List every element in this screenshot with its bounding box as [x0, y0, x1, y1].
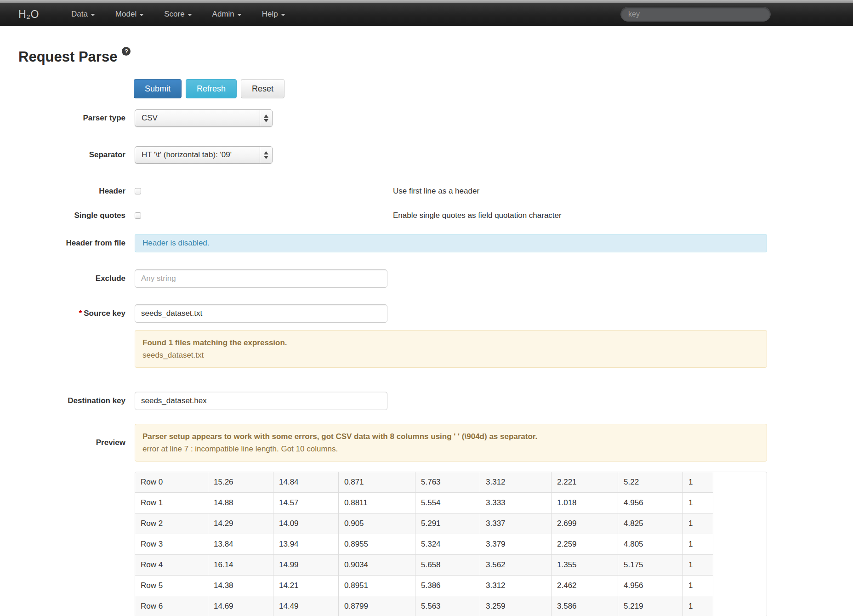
separator-row: Separator HT '\t' (horizontal tab): '09' [0, 146, 853, 164]
value-cell: 1 [682, 534, 713, 554]
value-cell: 0.871 [338, 472, 415, 492]
value-cell: 14.69 [208, 596, 273, 616]
row-label-cell: Row 4 [135, 554, 208, 575]
exclude-label: Exclude [0, 274, 125, 283]
value-cell: 5.219 [618, 596, 682, 616]
value-cell: 1 [682, 554, 713, 575]
chevron-down-icon [188, 14, 192, 16]
value-cell: 1 [682, 472, 713, 492]
nav-item-help[interactable]: Help [252, 3, 296, 26]
exclude-row: Exclude [0, 269, 853, 288]
value-cell: 3.586 [551, 596, 618, 616]
value-cell: 0.8799 [338, 596, 415, 616]
parser-type-label: Parser type [0, 114, 125, 123]
search-input[interactable] [620, 7, 771, 22]
single-quotes-label: Single quotes [0, 211, 125, 220]
h2o-logo: H₂O [18, 8, 39, 21]
value-cell: 4.956 [618, 492, 682, 513]
page-title: Request Parse [18, 49, 117, 65]
required-asterisk: * [79, 309, 82, 318]
select-stepper-icon [260, 147, 272, 163]
row-label-cell: Row 1 [135, 492, 208, 513]
value-cell: 3.379 [480, 534, 551, 554]
header-from-file-row: Header from file Header is disabled. [0, 234, 853, 252]
arrow-down-icon [264, 119, 268, 122]
value-cell: 0.9034 [338, 554, 415, 575]
value-cell: 5.563 [415, 596, 480, 616]
preview-label: Preview [0, 438, 125, 447]
value-cell: 1 [682, 575, 713, 596]
value-cell: 1.018 [551, 492, 618, 513]
value-cell: 1 [682, 492, 713, 513]
header-help-text: Use first line as a header [393, 187, 479, 196]
value-cell: 5.291 [415, 513, 480, 534]
value-cell: 1.355 [551, 554, 618, 575]
source-key-input[interactable] [135, 304, 387, 323]
value-cell: 2.259 [551, 534, 618, 554]
value-cell: 5.175 [618, 554, 682, 575]
value-cell: 1 [682, 513, 713, 534]
preview-alert-body: error at line 7 : incompatible line leng… [142, 443, 759, 455]
nav-item-score[interactable]: Score [154, 3, 202, 26]
parser-type-select[interactable]: CSV [135, 109, 273, 127]
single-quotes-help-text: Enable single quotes as field quotation … [393, 211, 562, 220]
value-cell: 3.312 [480, 575, 551, 596]
submit-button[interactable]: Submit [134, 79, 182, 98]
destination-key-label: Destination key [0, 396, 125, 405]
arrow-up-icon [264, 151, 268, 154]
value-cell: 5.554 [415, 492, 480, 513]
value-cell: 15.26 [208, 472, 273, 492]
chevron-down-icon [281, 14, 285, 16]
table-row: Row 214.2914.090.9055.2913.3372.6994.825… [135, 513, 713, 534]
value-cell: 14.57 [273, 492, 338, 513]
separator-label: Separator [0, 150, 125, 160]
value-cell: 0.8951 [338, 575, 415, 596]
preview-table: Row 015.2614.840.8715.7633.3122.2215.221… [135, 472, 713, 616]
refresh-button[interactable]: Refresh [186, 79, 237, 98]
row-label-cell: Row 2 [135, 513, 208, 534]
value-cell: 14.21 [273, 575, 338, 596]
reset-button[interactable]: Reset [241, 79, 284, 98]
value-cell: 2.221 [551, 472, 618, 492]
source-key-label: *Source key [0, 309, 125, 318]
value-cell: 2.462 [551, 575, 618, 596]
separator-select[interactable]: HT '\t' (horizontal tab): '09' [135, 146, 273, 164]
value-cell: 0.905 [338, 513, 415, 534]
single-quotes-checkbox[interactable] [135, 212, 141, 219]
exclude-input[interactable] [135, 269, 387, 288]
files-found-alert: Found 1 files matching the expression. s… [135, 330, 767, 368]
value-cell: 14.09 [273, 513, 338, 534]
value-cell: 14.99 [273, 554, 338, 575]
chevron-down-icon [237, 14, 242, 16]
header-from-file-label: Header from file [0, 239, 125, 248]
nav-item-admin[interactable]: Admin [202, 3, 252, 26]
header-row: Header Use first line as a header [0, 187, 853, 196]
value-cell: 3.259 [480, 596, 551, 616]
nav-item-model[interactable]: Model [105, 3, 154, 26]
help-icon[interactable]: ? [122, 47, 131, 56]
row-label-cell: Row 6 [135, 596, 208, 616]
header-disabled-alert: Header is disabled. [135, 234, 767, 252]
single-quotes-row: Single quotes Enable single quotes as fi… [0, 211, 853, 220]
value-cell: 14.88 [208, 492, 273, 513]
nav-item-data[interactable]: Data [61, 3, 105, 26]
value-cell: 14.29 [208, 513, 273, 534]
preview-alert-title: Parser setup appears to work with some e… [142, 430, 759, 443]
table-row: Row 614.6914.490.87995.5633.2593.5865.21… [135, 596, 713, 616]
value-cell: 5.22 [618, 472, 682, 492]
row-label-cell: Row 3 [135, 534, 208, 554]
value-cell: 4.805 [618, 534, 682, 554]
table-row: Row 313.8413.940.89555.3243.3792.2594.80… [135, 534, 713, 554]
chevron-down-icon [139, 14, 144, 16]
value-cell: 3.337 [480, 513, 551, 534]
table-row: Row 015.2614.840.8715.7633.3122.2215.221 [135, 472, 713, 492]
header-checkbox[interactable] [135, 188, 141, 194]
files-found-body: seeds_dataset.txt [142, 349, 759, 361]
table-row: Row 114.8814.570.88115.5543.3331.0184.95… [135, 492, 713, 513]
value-cell: 3.562 [480, 554, 551, 575]
select-stepper-icon [260, 110, 272, 126]
destination-key-input[interactable] [135, 392, 387, 410]
value-cell: 5.658 [415, 554, 480, 575]
value-cell: 16.14 [208, 554, 273, 575]
source-key-message-row: Found 1 files matching the expression. s… [135, 330, 853, 368]
